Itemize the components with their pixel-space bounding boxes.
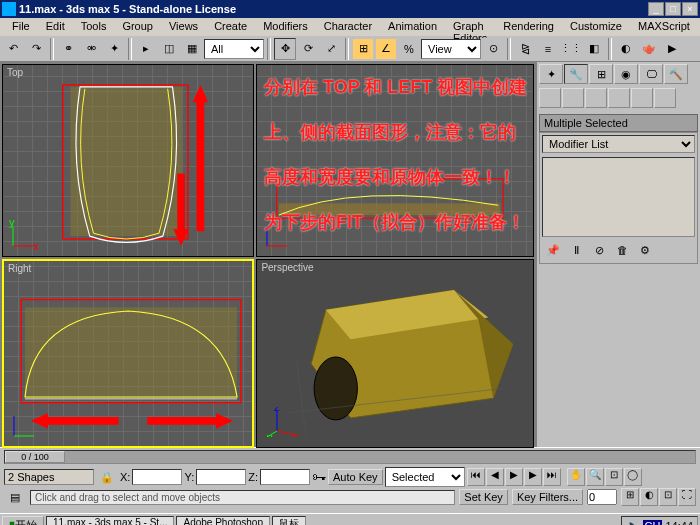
hierarchy-tab[interactable]: ⊞ [589, 64, 613, 84]
autokey-button[interactable]: Auto Key [328, 469, 383, 485]
menu-animation[interactable]: Animation [380, 18, 445, 36]
field-of-view-button[interactable]: ◐ [640, 488, 658, 506]
select-window-button[interactable]: ▦ [181, 38, 203, 60]
viewport-top[interactable]: Top yx [2, 64, 254, 257]
ref-coord-system[interactable]: View [421, 39, 481, 59]
maximize-viewport-button[interactable]: ⛶ [678, 488, 696, 506]
sets2-button[interactable] [608, 88, 630, 108]
bind-button[interactable]: ✦ [103, 38, 125, 60]
keyfilters-button[interactable]: Key Filters... [512, 489, 583, 505]
minimize-button[interactable]: _ [648, 2, 664, 16]
task-3dsmax[interactable]: 11.max - 3ds max 5 - St... [46, 516, 174, 526]
maxscript-listener-button[interactable]: ▤ [4, 486, 26, 508]
system-tray[interactable]: 🔊 CH 14:44 [621, 516, 698, 526]
z-coord-input[interactable] [260, 469, 310, 485]
zoom-all-button[interactable]: ⊡ [659, 488, 677, 506]
axis-gizmo-icon: yx [9, 220, 39, 250]
prompt-line: Click and drag to select and move object… [30, 490, 455, 505]
link-button[interactable]: ⚭ [57, 38, 79, 60]
menu-group[interactable]: Group [114, 18, 161, 36]
create-tab[interactable]: ✦ [539, 64, 563, 84]
sets4-button[interactable] [654, 88, 676, 108]
prev-frame-button[interactable]: ◀ [486, 468, 504, 486]
task-photoshop[interactable]: Adobe Photoshop [176, 516, 270, 526]
viewport-perspective[interactable]: Perspective zxy [256, 259, 534, 448]
pin-stack-button[interactable] [539, 88, 561, 108]
key-mode-combo[interactable]: Selected [385, 467, 465, 487]
selection-filter[interactable]: All [204, 39, 264, 59]
menu-customize[interactable]: Customize [562, 18, 630, 36]
percent-snap[interactable]: % [398, 38, 420, 60]
y-coord-input[interactable] [196, 469, 246, 485]
schematic-button[interactable]: ◧ [583, 38, 605, 60]
menu-views[interactable]: Views [161, 18, 206, 36]
mirror-button[interactable]: ⧎ [514, 38, 536, 60]
quick-render-button[interactable]: ▶ [661, 38, 683, 60]
maximize-button[interactable]: □ [665, 2, 681, 16]
bottom-panel: 0 / 100 2 Shapes 🔒 X: Y: Z: 🗝 Auto Key S… [0, 447, 700, 513]
pin-button[interactable]: 📌 [542, 239, 564, 261]
start-button[interactable]: ▮开始 [2, 516, 44, 526]
use-center[interactable]: ⊙ [482, 38, 504, 60]
utilities-tab[interactable]: 🔨 [664, 64, 688, 84]
annotation-line1: 分别在 TOP 和 LEFT 视图中创建 [264, 75, 527, 99]
undo-button[interactable]: ↶ [2, 38, 24, 60]
select-region-button[interactable]: ◫ [158, 38, 180, 60]
zoom-extents-button[interactable]: ⊡ [605, 468, 623, 486]
menu-rendering[interactable]: Rendering [495, 18, 562, 36]
task-mouse[interactable]: 鼠标 [272, 516, 306, 526]
unique-button[interactable]: ⊘ [588, 239, 610, 261]
unlink-button[interactable]: ⚮ [80, 38, 102, 60]
motion-tab[interactable]: ◉ [614, 64, 638, 84]
sets3-button[interactable] [631, 88, 653, 108]
redo-button[interactable]: ↷ [25, 38, 47, 60]
remove-mod-button[interactable]: 🗑 [611, 239, 633, 261]
lang-indicator[interactable]: CH [643, 520, 663, 526]
menu-modifiers[interactable]: Modifiers [255, 18, 316, 36]
align-button[interactable]: ≡ [537, 38, 559, 60]
menu-edit[interactable]: Edit [38, 18, 73, 36]
lock-selection-button[interactable]: 🔒 [96, 466, 118, 488]
angle-snap[interactable]: ∠ [375, 38, 397, 60]
play-button[interactable]: ▶ [505, 468, 523, 486]
goto-start-button[interactable]: ⏮ [467, 468, 485, 486]
pan-view-button[interactable]: ✋ [567, 468, 585, 486]
svg-rect-1 [70, 87, 182, 236]
modify-tab[interactable]: 🔧 [564, 64, 588, 84]
viewport-left[interactable]: Right [2, 259, 254, 448]
time-slider[interactable]: 0 / 100 [0, 448, 700, 466]
zoom-button[interactable]: 🔍 [586, 468, 604, 486]
config-button[interactable] [562, 88, 584, 108]
close-button[interactable]: × [682, 2, 698, 16]
show-result-button[interactable]: Ⅱ [565, 239, 587, 261]
next-frame-button[interactable]: ▶ [524, 468, 542, 486]
modifier-list[interactable]: Modifier List [542, 135, 695, 153]
menu-tools[interactable]: Tools [73, 18, 115, 36]
min-max-toggle-button[interactable]: ⊞ [621, 488, 639, 506]
sets-button[interactable] [585, 88, 607, 108]
select-rotate-button[interactable]: ⟳ [297, 38, 319, 60]
select-move-button[interactable]: ✥ [274, 38, 296, 60]
menu-maxscript[interactable]: MAXScript [630, 18, 698, 36]
menu-create[interactable]: Create [206, 18, 255, 36]
setkey-button[interactable]: Set Key [459, 489, 508, 505]
menu-character[interactable]: Character [316, 18, 380, 36]
arc-rotate-button[interactable]: ◯ [624, 468, 642, 486]
tray-icon[interactable]: 🔊 [626, 519, 640, 525]
menu-file[interactable]: File [4, 18, 38, 36]
menu-graph-editors[interactable]: Graph Editors [445, 18, 495, 36]
title-bar: 11.max - 3ds max 5 - Stand-alone License… [0, 0, 700, 18]
current-frame-input[interactable] [587, 489, 617, 505]
display-tab[interactable]: 🖵 [639, 64, 663, 84]
select-scale-button[interactable]: ⤢ [320, 38, 342, 60]
render-scene-button[interactable]: 🫖 [638, 38, 660, 60]
material-editor-button[interactable]: ◐ [615, 38, 637, 60]
selection-status: 2 Shapes [4, 469, 94, 485]
array-button[interactable]: ⋮⋮ [560, 38, 582, 60]
svg-text:z: z [274, 407, 280, 413]
x-coord-input[interactable] [132, 469, 182, 485]
goto-end-button[interactable]: ⏭ [543, 468, 561, 486]
select-button[interactable]: ▸ [135, 38, 157, 60]
snap-toggle[interactable]: ⊞ [352, 38, 374, 60]
config-mod-button[interactable]: ⚙ [634, 239, 656, 261]
